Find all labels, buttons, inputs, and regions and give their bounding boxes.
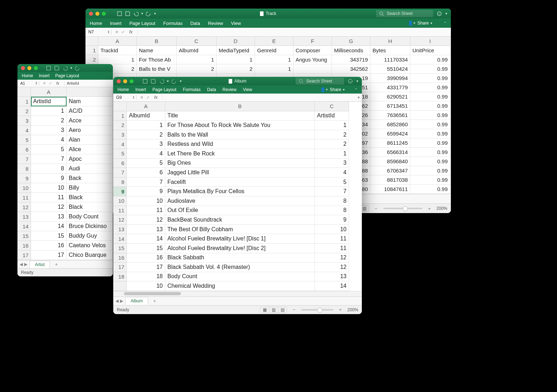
cell[interactable]: Audi xyxy=(67,164,113,174)
header-cell[interactable]: TrackId xyxy=(98,46,137,55)
share-button[interactable]: 👤+ Share ▾ xyxy=(408,21,432,26)
name-box[interactable]: N7▲▼ xyxy=(85,30,111,35)
cell[interactable]: Black xyxy=(67,202,113,212)
cell[interactable]: 15 xyxy=(31,231,67,241)
col-header[interactable] xyxy=(67,87,113,97)
cell[interactable]: 0.99 xyxy=(410,138,450,148)
undo-dropdown-icon[interactable]: ▾ xyxy=(141,12,143,15)
cell[interactable]: 11 xyxy=(315,234,349,244)
select-all-corner[interactable] xyxy=(85,37,98,46)
cell[interactable]: 14 xyxy=(31,222,67,231)
name-box[interactable]: A1▲▼ xyxy=(17,81,39,85)
row-header[interactable]: 1 xyxy=(85,46,98,55)
col-header[interactable]: B xyxy=(165,102,315,111)
row-header[interactable]: 2 xyxy=(85,55,98,64)
cell[interactable]: Aero xyxy=(67,126,113,135)
select-all-corner[interactable] xyxy=(113,102,127,111)
zoom-slider[interactable] xyxy=(383,208,422,209)
minimize-icon[interactable] xyxy=(123,79,127,83)
view-normal-icon[interactable]: ▦ xyxy=(260,307,269,313)
fx-controls[interactable]: ✕✓fx xyxy=(136,95,163,100)
search-input[interactable] xyxy=(306,78,339,84)
row-header[interactable]: 4 xyxy=(17,126,31,135)
cell[interactable]: 2 xyxy=(217,64,255,74)
cell[interactable]: 0.99 xyxy=(410,120,450,129)
traffic-lights[interactable] xyxy=(89,12,106,16)
cell[interactable]: Back xyxy=(67,174,113,183)
cell[interactable]: 1 xyxy=(255,64,293,74)
save-icon[interactable] xyxy=(125,11,130,16)
ribbon-tabs[interactable]: HomeInsertPage Layout xyxy=(17,72,113,80)
col-header[interactable]: B xyxy=(137,37,177,46)
cell[interactable]: 10 xyxy=(127,281,165,291)
cell[interactable]: 11 xyxy=(127,206,165,216)
col-header[interactable]: F xyxy=(293,37,332,46)
ribbon-tab-view[interactable]: View xyxy=(243,87,252,92)
cell[interactable]: For Those About To Rock We Salute You xyxy=(165,121,315,130)
cell[interactable]: 6290521 xyxy=(370,92,410,101)
cell[interactable]: Alan xyxy=(67,135,113,145)
cell[interactable]: 7 xyxy=(315,187,349,196)
cell[interactable]: 14 xyxy=(315,281,349,291)
row-header[interactable]: 11 xyxy=(17,193,31,202)
sheet-nav[interactable]: ◀▶ xyxy=(20,262,27,267)
cell[interactable]: 10 xyxy=(315,225,349,234)
row-header[interactable]: 17 xyxy=(17,250,31,260)
cell[interactable]: 13 xyxy=(315,272,349,282)
cell[interactable]: 10 xyxy=(31,183,67,193)
header-cell[interactable]: Name xyxy=(137,46,177,55)
cell[interactable]: The Best Of Billy Cobham xyxy=(165,225,315,234)
ribbon-tab-page-layout[interactable]: Page Layout xyxy=(129,21,155,26)
smile-icon[interactable] xyxy=(348,79,353,84)
formula-input[interactable]: ArtistId xyxy=(65,81,113,85)
header-cell[interactable]: Milliseconds xyxy=(332,46,370,55)
cell[interactable]: 12 xyxy=(315,263,349,272)
zoom-icon[interactable] xyxy=(34,66,38,70)
window-artist[interactable]: ▾ HomeInsertPage Layout A1▲▼ ✕✓fx Artist… xyxy=(17,64,113,276)
ribbon-tab-formulas[interactable]: Formulas xyxy=(183,87,201,92)
row-header[interactable]: 15 xyxy=(17,231,31,241)
accept-icon[interactable]: ✓ xyxy=(146,95,150,100)
ribbon-tab-view[interactable]: View xyxy=(231,21,241,26)
col-header[interactable]: C xyxy=(177,37,217,46)
zoom-icon[interactable] xyxy=(102,12,106,16)
cell[interactable]: 0.99 xyxy=(410,148,450,157)
row-header[interactable]: 2 xyxy=(113,121,127,130)
cell[interactable]: Bruce Dickinso xyxy=(67,222,113,231)
cell[interactable]: 9 xyxy=(315,215,349,225)
cell[interactable]: 8611245 xyxy=(370,138,410,148)
cell[interactable]: Black Sabbath Vol. 4 (Remaster) xyxy=(165,263,315,272)
undo-dropdown-icon[interactable]: ▾ xyxy=(71,66,72,70)
save-icon[interactable] xyxy=(151,79,156,84)
select-all-corner[interactable] xyxy=(17,87,31,97)
ribbon-tab-data[interactable]: Data xyxy=(207,87,216,92)
row-header[interactable]: 10 xyxy=(17,183,31,193)
qat-more-icon[interactable]: ▾ xyxy=(154,12,156,15)
cell[interactable]: 3990994 xyxy=(370,74,410,83)
cell[interactable]: 5 xyxy=(127,159,165,168)
cell[interactable]: 4 xyxy=(31,135,67,145)
header-cell[interactable]: UnitPrice xyxy=(410,46,450,55)
cell[interactable]: 0.99 xyxy=(410,55,450,64)
cell[interactable]: 2 xyxy=(315,139,349,149)
redo-icon[interactable] xyxy=(146,11,151,16)
name-box[interactable]: G9▲▼ xyxy=(113,95,136,100)
cell[interactable]: 0.99 xyxy=(410,175,450,185)
cell[interactable]: Alcohol Fueled Brewtality Live! [Disc 2] xyxy=(165,244,315,253)
col-header[interactable]: G xyxy=(332,37,370,46)
cell[interactable]: Let There Be Rock xyxy=(165,149,315,159)
cell[interactable]: Out Of Exile xyxy=(165,206,315,216)
cell[interactable]: 0.99 xyxy=(410,92,450,101)
cell[interactable]: Alice xyxy=(67,145,113,154)
quick-access-toolbar[interactable]: ▾ ▾ xyxy=(117,11,156,16)
header-cell[interactable]: GenreId xyxy=(255,46,293,55)
col-header[interactable]: A xyxy=(98,37,137,46)
cell[interactable]: 3 xyxy=(315,159,349,168)
autosave-icon[interactable] xyxy=(142,79,148,84)
search-input[interactable] xyxy=(386,11,430,16)
cell[interactable]: 11 xyxy=(31,193,67,202)
cell[interactable]: 8817038 xyxy=(370,175,410,185)
header-cell[interactable]: Composer xyxy=(293,46,332,55)
ribbon-tab-home[interactable]: Home xyxy=(118,87,129,92)
row-header[interactable]: 9 xyxy=(113,187,127,196)
